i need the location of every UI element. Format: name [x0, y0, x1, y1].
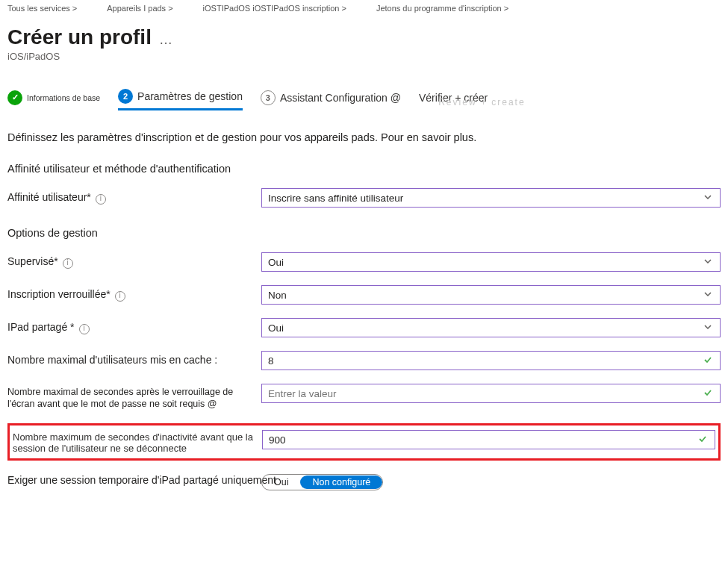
- field-user-affinity: Affinité utilisateur*i Inscrire sans aff…: [7, 188, 721, 208]
- info-icon[interactable]: i: [115, 291, 125, 302]
- info-icon[interactable]: i: [79, 324, 90, 334]
- breadcrumb-devices[interactable]: Appareils I pads >: [107, 4, 172, 13]
- field-temp-session: Exiger une session temporaire d'iPad par…: [7, 474, 721, 493]
- check-icon: [703, 355, 714, 366]
- wizard-step-label: Assistant Configuration @: [280, 92, 401, 104]
- field-label: Inscription verrouillée*i: [7, 288, 261, 302]
- step-number-icon: 3: [261, 90, 276, 105]
- max-cached-users-input[interactable]: 8: [261, 351, 721, 370]
- toggle-option-not-configured[interactable]: Non configuré: [300, 476, 382, 489]
- chevron-down-icon: [703, 322, 714, 333]
- wizard-step-label: Paramètres de gestion: [137, 90, 243, 102]
- field-supervised: Supervisé*i Oui: [7, 252, 721, 272]
- field-label: Nombre maximum de secondes d'inactivité …: [13, 430, 262, 454]
- select-value: Inscrire sans affinité utilisateur: [268, 193, 403, 204]
- breadcrumb: Tous les services > Appareils I pads > i…: [7, 0, 721, 15]
- wizard-step-label: Informations de base: [27, 93, 100, 102]
- wizard-steps: ✓ Informations de base 2 Paramètres de g…: [7, 89, 721, 110]
- select-value: Oui: [268, 257, 284, 268]
- supervised-select[interactable]: Oui: [261, 252, 721, 272]
- check-icon: ✓: [7, 90, 22, 105]
- field-locked-enrollment: Inscription verrouillée*i Non: [7, 285, 721, 305]
- toggle-option-yes[interactable]: Oui: [262, 476, 300, 489]
- page-title: Créer un profil: [7, 25, 152, 49]
- input-value: 8: [268, 355, 274, 367]
- input-value: 900: [269, 434, 286, 446]
- wizard-step-management[interactable]: 2 Paramètres de gestion: [118, 89, 243, 110]
- select-value: Non: [268, 290, 287, 301]
- info-icon[interactable]: i: [63, 258, 73, 269]
- check-icon: [698, 434, 709, 445]
- section-options-title: Options de gestion: [7, 227, 721, 239]
- field-max-seconds-inactivity-highlight: Nombre maximum de secondes d'inactivité …: [7, 423, 721, 461]
- breadcrumb-ios-enrollment[interactable]: iOSTIPadOS iOSTIPadOS inscription >: [203, 4, 346, 13]
- field-label: Nombre maximal d'utilisateurs mis en cac…: [7, 354, 261, 367]
- wizard-step-setup-assistant[interactable]: 3 Assistant Configuration @: [261, 90, 401, 110]
- max-seconds-inactivity-input[interactable]: 900: [262, 430, 715, 449]
- field-shared-ipad: IPad partagé *i Oui: [7, 318, 721, 337]
- max-seconds-lock-input[interactable]: [261, 384, 721, 403]
- breadcrumb-all-services[interactable]: Tous les services >: [7, 4, 77, 13]
- chevron-down-icon: [703, 290, 714, 300]
- ghost-text: Review + create: [438, 97, 525, 107]
- chevron-down-icon: [703, 257, 714, 267]
- select-value: Oui: [268, 322, 284, 334]
- breadcrumb-enrollment-tokens[interactable]: Jetons du programme d'inscription >: [376, 4, 508, 13]
- page-subtitle: iOS/iPadOS: [7, 51, 721, 62]
- form-description: Définissez les paramètres d'inscription …: [7, 131, 721, 143]
- field-label: Supervisé*i: [7, 255, 261, 269]
- locked-enrollment-select[interactable]: Non: [261, 285, 721, 305]
- shared-ipad-select[interactable]: Oui: [261, 318, 721, 337]
- field-label: IPad partagé *i: [7, 321, 261, 334]
- more-actions-button[interactable]: …: [159, 32, 173, 48]
- field-max-cached-users: Nombre maximal d'utilisateurs mis en cac…: [7, 351, 721, 370]
- info-icon[interactable]: i: [96, 194, 106, 205]
- wizard-step-basics[interactable]: ✓ Informations de base: [7, 90, 100, 110]
- chevron-down-icon: [703, 193, 714, 203]
- field-label: Nombre maximal de secondes après le verr…: [7, 384, 261, 410]
- text-input[interactable]: [268, 388, 703, 399]
- check-icon: [703, 388, 714, 399]
- section-affinity-title: Affinité utilisateur et méthode d'authen…: [7, 163, 721, 175]
- field-max-seconds-lock: Nombre maximal de secondes après le verr…: [7, 384, 721, 410]
- temp-session-toggle[interactable]: Oui Non configuré: [261, 474, 383, 490]
- user-affinity-select[interactable]: Inscrire sans affinité utilisateur: [261, 188, 721, 208]
- step-number-icon: 2: [118, 89, 133, 104]
- field-label: Affinité utilisateur*i: [7, 191, 261, 205]
